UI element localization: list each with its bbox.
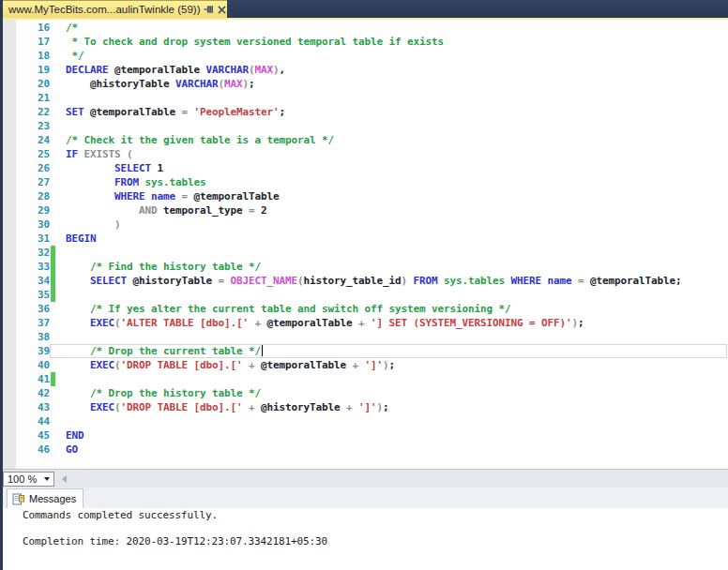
code-line[interactable]: 20 @historyTable VARCHAR(MAX); bbox=[0, 77, 728, 91]
code-line-text: EXEC('DROP TABLE [dbo].[' + @historyTabl… bbox=[66, 400, 389, 414]
line-number: 39 bbox=[16, 344, 50, 358]
code-line[interactable]: 29 AND temporal_type = 2 bbox=[0, 203, 728, 218]
line-number: 32 bbox=[16, 246, 50, 260]
zoom-level-dropdown[interactable]: 100 % bbox=[3, 472, 54, 487]
text-caret bbox=[262, 345, 264, 356]
scroll-left-icon[interactable] bbox=[62, 475, 67, 483]
line-number: 23 bbox=[16, 119, 50, 133]
line-number: 26 bbox=[16, 161, 50, 175]
code-line[interactable]: 34 SELECT @historyTable = OBJECT_NAME(hi… bbox=[0, 274, 728, 288]
line-number: 20 bbox=[16, 77, 50, 91]
line-number: 25 bbox=[16, 147, 50, 161]
code-line[interactable]: 18 */ bbox=[0, 49, 728, 63]
line-number: 37 bbox=[16, 316, 50, 330]
line-number: 17 bbox=[16, 35, 50, 49]
line-number: 24 bbox=[16, 133, 50, 147]
pin-icon[interactable] bbox=[204, 3, 215, 16]
close-icon[interactable] bbox=[218, 3, 226, 16]
code-line-text: SELECT @historyTable = OBJECT_NAME(histo… bbox=[66, 274, 682, 288]
code-line-text: SET @temporalTable = 'PeopleMaster'; bbox=[66, 105, 285, 119]
code-line[interactable]: 28 WHERE name = @temporalTable bbox=[0, 189, 728, 203]
code-line[interactable]: 33 /* Find the history table */ bbox=[0, 260, 728, 274]
line-number: 29 bbox=[16, 203, 50, 218]
tab-messages[interactable]: Messages bbox=[7, 488, 83, 508]
line-number: 46 bbox=[16, 442, 50, 457]
line-number: 22 bbox=[16, 105, 50, 119]
code-line[interactable]: 26 SELECT 1 bbox=[0, 161, 728, 175]
code-editor[interactable]: 16/*17 * To check and drop system versio… bbox=[0, 20, 728, 469]
line-number: 21 bbox=[16, 91, 50, 105]
line-number: 27 bbox=[16, 175, 50, 189]
code-line[interactable]: 35 bbox=[0, 288, 728, 302]
code-line-text: GO bbox=[66, 442, 78, 457]
line-number: 18 bbox=[16, 49, 50, 63]
editor-bottom-strip: 100 % bbox=[0, 469, 728, 488]
line-number: 42 bbox=[16, 386, 50, 400]
code-line[interactable]: 44 bbox=[0, 414, 728, 428]
code-line-text: /* Drop the history table */ bbox=[66, 386, 261, 400]
line-number: 38 bbox=[16, 330, 50, 344]
line-number: 19 bbox=[16, 63, 50, 77]
messages-output: Commands completed successfully. Complet… bbox=[0, 508, 728, 570]
code-line-text: @historyTable VARCHAR(MAX); bbox=[66, 77, 255, 91]
chevron-down-icon[interactable] bbox=[44, 477, 50, 481]
line-number: 16 bbox=[16, 21, 50, 35]
messages-icon bbox=[12, 493, 24, 505]
code-line[interactable]: 45END bbox=[0, 428, 728, 442]
message-line: Completion time: 2020-03-19T12:23:07.334… bbox=[23, 535, 728, 548]
code-line-text: IF EXISTS ( bbox=[66, 147, 133, 161]
code-line[interactable]: 36 /* If yes alter the current table and… bbox=[0, 302, 728, 316]
code-line[interactable]: 46GO bbox=[0, 442, 728, 457]
code-line[interactable]: 16/* bbox=[0, 21, 728, 35]
code-line[interactable]: 27 FROM sys.tables bbox=[0, 175, 728, 189]
code-line[interactable]: 37 EXEC('ALTER TABLE [dbo].[' + @tempora… bbox=[0, 316, 728, 330]
code-line[interactable]: 42 /* Drop the history table */ bbox=[0, 386, 728, 400]
zoom-level-value: 100 % bbox=[4, 473, 44, 485]
document-tab[interactable]: www.MyTecBits.com...aulinTwinkle (59)) bbox=[2, 0, 227, 18]
message-line: Commands completed successfully. bbox=[23, 509, 728, 522]
code-line[interactable]: 21 bbox=[0, 91, 728, 105]
document-tab-title: www.MyTecBits.com...aulinTwinkle (59)) bbox=[8, 4, 201, 15]
window-left-border bbox=[0, 0, 3, 570]
code-line[interactable]: 31BEGIN bbox=[0, 232, 728, 246]
line-number: 36 bbox=[16, 302, 50, 316]
message-line bbox=[23, 522, 728, 535]
code-line-text: AND temporal_type = 2 bbox=[66, 203, 267, 218]
code-line[interactable]: 25IF EXISTS ( bbox=[0, 147, 728, 161]
results-panel-tabstrip: Messages bbox=[0, 488, 728, 508]
code-line[interactable]: 32 bbox=[0, 246, 728, 260]
code-line-text: SELECT 1 bbox=[66, 161, 163, 175]
code-line[interactable]: 40 EXEC('DROP TABLE [dbo].[' + @temporal… bbox=[0, 358, 728, 372]
code-line-text: * To check and drop system versioned tem… bbox=[66, 35, 444, 49]
line-number: 28 bbox=[16, 189, 50, 203]
code-line[interactable]: 17 * To check and drop system versioned … bbox=[0, 35, 728, 49]
line-number: 35 bbox=[16, 288, 50, 302]
code-line-text: */ bbox=[66, 49, 84, 63]
code-line-text: WHERE name = @temporalTable bbox=[66, 189, 280, 203]
code-line[interactable]: 39 /* Drop the current table */ bbox=[0, 344, 728, 358]
code-line[interactable]: 43 EXEC('DROP TABLE [dbo].[' + @historyT… bbox=[0, 400, 728, 414]
code-line-text: /* Drop the current table */ bbox=[66, 344, 263, 358]
line-number: 40 bbox=[16, 358, 50, 372]
line-number: 34 bbox=[16, 274, 50, 288]
code-line-text: /* Find the history table */ bbox=[66, 260, 261, 274]
code-line-text: END bbox=[66, 428, 84, 442]
code-line[interactable]: 38 bbox=[0, 330, 728, 344]
line-number: 33 bbox=[16, 260, 50, 274]
line-number: 44 bbox=[16, 414, 50, 428]
tab-messages-label: Messages bbox=[29, 493, 76, 504]
code-line-text: /* Check it the given table is a tempora… bbox=[66, 133, 334, 147]
code-line[interactable]: 19DECLARE @temporalTable VARCHAR(MAX), bbox=[0, 63, 728, 77]
line-number: 31 bbox=[16, 232, 50, 246]
line-number: 30 bbox=[16, 218, 50, 232]
code-line-text: EXEC('ALTER TABLE [dbo].[' + @temporalTa… bbox=[66, 316, 584, 330]
code-line-text: /* If yes alter the current table and sw… bbox=[66, 302, 511, 316]
code-line-text: BEGIN bbox=[66, 232, 97, 246]
code-line[interactable]: 23 bbox=[0, 119, 728, 133]
code-line[interactable]: 22SET @temporalTable = 'PeopleMaster'; bbox=[0, 105, 728, 119]
code-line[interactable]: 41 bbox=[0, 372, 728, 386]
code-line-text: /* bbox=[66, 21, 78, 35]
code-line[interactable]: 24/* Check it the given table is a tempo… bbox=[0, 133, 728, 147]
code-line-text: DECLARE @temporalTable VARCHAR(MAX), bbox=[66, 63, 285, 77]
code-line[interactable]: 30 ) bbox=[0, 218, 728, 232]
